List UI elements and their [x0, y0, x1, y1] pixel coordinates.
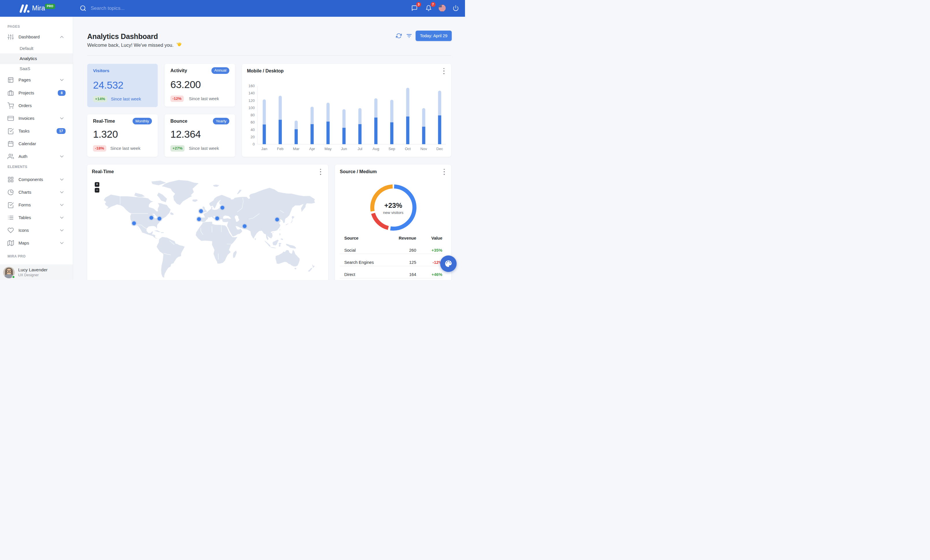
- svg-text:Dec: Dec: [436, 147, 443, 151]
- svg-text:May: May: [325, 147, 332, 151]
- svg-text:Mar: Mar: [293, 147, 300, 151]
- svg-text:100: 100: [248, 105, 255, 110]
- svg-text:20: 20: [251, 135, 255, 139]
- svg-text:Oct: Oct: [405, 147, 411, 151]
- svg-text:160: 160: [248, 84, 255, 88]
- svg-text:Jan: Jan: [262, 147, 268, 151]
- svg-text:Jun: Jun: [341, 147, 347, 151]
- svg-text:Sep: Sep: [388, 147, 395, 151]
- svg-text:Aug: Aug: [373, 147, 379, 151]
- svg-text:120: 120: [248, 98, 255, 103]
- svg-text:Feb: Feb: [277, 147, 283, 151]
- svg-text:Nov: Nov: [420, 147, 427, 151]
- svg-text:60: 60: [251, 120, 255, 124]
- svg-text:40: 40: [251, 127, 255, 132]
- svg-text:0: 0: [253, 142, 255, 146]
- svg-text:Jul: Jul: [357, 147, 362, 151]
- svg-text:80: 80: [251, 113, 255, 117]
- svg-text:140: 140: [248, 91, 255, 95]
- svg-text:Apr: Apr: [309, 147, 315, 151]
